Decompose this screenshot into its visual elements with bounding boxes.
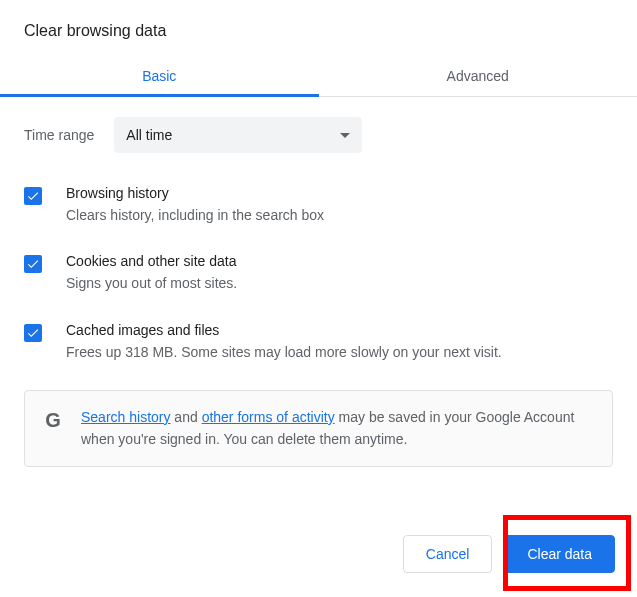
tab-basic[interactable]: Basic	[0, 58, 319, 96]
check-icon	[26, 326, 40, 340]
dialog-title: Clear browsing data	[0, 0, 637, 58]
option-text: Cached images and files Frees up 318 MB.…	[66, 322, 613, 362]
clear-browsing-data-dialog: Clear browsing data Basic Advanced Time …	[0, 0, 637, 467]
time-range-value: All time	[126, 127, 172, 143]
google-account-info: G Search history and other forms of acti…	[24, 390, 613, 467]
option-cookies: Cookies and other site data Signs you ou…	[24, 253, 613, 293]
google-g-icon: G	[43, 409, 63, 432]
button-label: Clear data	[527, 546, 592, 562]
button-label: Cancel	[426, 546, 470, 562]
option-title: Cookies and other site data	[66, 253, 613, 269]
check-icon	[26, 189, 40, 203]
dialog-body: Time range All time Browsing history Cle…	[0, 97, 637, 467]
cancel-button[interactable]: Cancel	[403, 535, 493, 573]
dialog-footer: Cancel Clear data	[403, 535, 615, 573]
option-text: Cookies and other site data Signs you ou…	[66, 253, 613, 293]
info-text: Search history and other forms of activi…	[81, 407, 594, 450]
option-desc: Frees up 318 MB. Some sites may load mor…	[66, 342, 613, 362]
chevron-down-icon	[340, 133, 350, 138]
tab-advanced[interactable]: Advanced	[319, 58, 638, 96]
option-cache: Cached images and files Frees up 318 MB.…	[24, 322, 613, 362]
time-range-label: Time range	[24, 127, 94, 143]
time-range-row: Time range All time	[24, 117, 613, 153]
tab-label: Basic	[142, 68, 176, 84]
tab-label: Advanced	[447, 68, 509, 84]
option-title: Browsing history	[66, 185, 613, 201]
time-range-select[interactable]: All time	[114, 117, 362, 153]
option-browsing-history: Browsing history Clears history, includi…	[24, 185, 613, 225]
checkbox-cookies[interactable]	[24, 255, 42, 273]
option-desc: Clears history, including in the search …	[66, 205, 613, 225]
checkbox-browsing-history[interactable]	[24, 187, 42, 205]
other-activity-link[interactable]: other forms of activity	[202, 409, 335, 425]
checkbox-cache[interactable]	[24, 324, 42, 342]
info-text-part: and	[170, 409, 201, 425]
option-desc: Signs you out of most sites.	[66, 273, 613, 293]
option-title: Cached images and files	[66, 322, 613, 338]
search-history-link[interactable]: Search history	[81, 409, 170, 425]
clear-data-button[interactable]: Clear data	[504, 535, 615, 573]
tab-bar: Basic Advanced	[0, 58, 637, 97]
check-icon	[26, 257, 40, 271]
option-text: Browsing history Clears history, includi…	[66, 185, 613, 225]
